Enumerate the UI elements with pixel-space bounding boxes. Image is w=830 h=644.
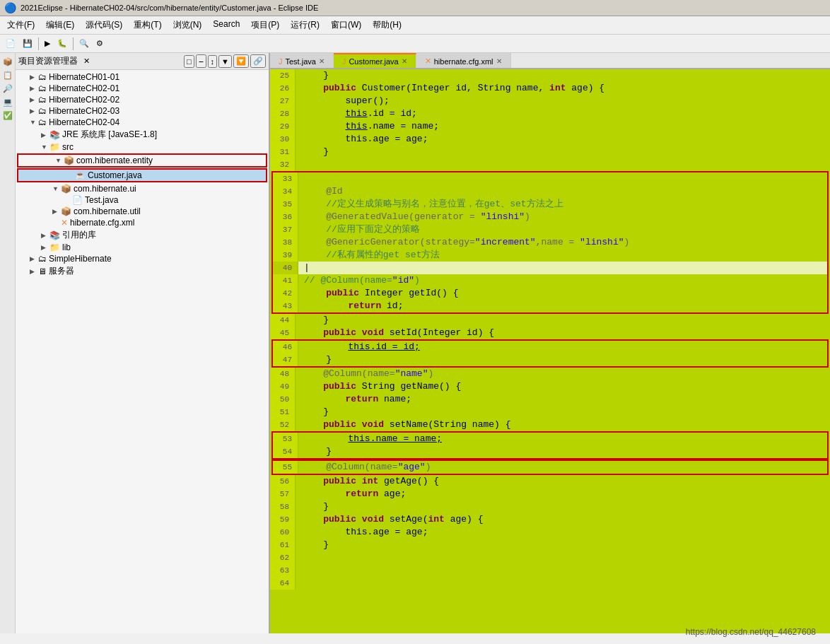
explorer-header-right: □ ‒ ↕ ▼ 🔽 🔗	[184, 54, 266, 68]
tree-item-cfg[interactable]: ✕ hibernate.cfg.xml	[16, 217, 269, 228]
right-panel: J Test.java ✕ J Customer.java ✕ ✕ hibern…	[270, 53, 830, 633]
menu-item-h[interactable]: 帮助(H)	[368, 18, 406, 33]
code-line-61: 61 }	[270, 539, 830, 551]
tree-arrow-jre: ▶	[41, 131, 49, 139]
tree-item-ch02-01[interactable]: ▶ 🗂 HibernateCH02-01	[16, 83, 269, 94]
tree-arrow-ui: ▼	[52, 185, 61, 192]
menu-item-n[interactable]: 浏览(N)	[169, 18, 206, 33]
tree-arrow-ch01-01: ▶	[30, 74, 38, 81]
red-box-setid: 46 this.id = id; 47 }	[271, 339, 829, 368]
code-line-49: 49 public String getName() {	[270, 380, 830, 393]
tree-icon-server: 🖥	[38, 267, 47, 276]
code-line-38: 38 @GenericGenerator(strategy="increment…	[273, 236, 827, 249]
tree-item-customer[interactable]: ☕ Customer.java	[17, 168, 267, 182]
tree-icon-simple: 🗂	[38, 254, 47, 264]
code-line-56: 56 public int getAge() {	[270, 475, 830, 488]
explorer-filter[interactable]: 🔽	[233, 54, 249, 68]
tree-item-simple-hibernate[interactable]: ▶ 🗂 SimpleHibernate	[16, 253, 269, 264]
tree-item-ch01-01[interactable]: ▶ 🗂 HibernateCH01-01	[16, 71, 269, 83]
tab-close-test[interactable]: ✕	[319, 57, 325, 65]
menu-item-r[interactable]: 运行(R)	[286, 18, 324, 33]
toolbar-sep-1	[38, 37, 39, 50]
code-line-37: 37 //应用下面定义的策略	[273, 223, 827, 236]
left-icon-console[interactable]: 💻	[1, 96, 14, 108]
explorer-maximize[interactable]: ↕	[208, 55, 218, 68]
menu-item-t[interactable]: 重构(T)	[129, 18, 165, 33]
code-line-25: 25 }	[270, 69, 830, 82]
left-icon-packages[interactable]: 📦	[1, 56, 14, 68]
tree-icon-jre: 📚	[49, 130, 60, 140]
code-line-64: 64	[270, 577, 830, 590]
tab-close-customer[interactable]: ✕	[402, 57, 407, 65]
toolbar-debug[interactable]: 🐛	[54, 37, 70, 49]
tree-arrow-libs: ▶	[41, 232, 49, 239]
code-line-34: 34 @Id	[273, 185, 827, 198]
menu-item-search[interactable]: Search	[209, 18, 244, 33]
explorer-minimize[interactable]: □	[184, 55, 194, 68]
tab-icon-xml: ✕	[425, 57, 431, 66]
tree-item-src[interactable]: ▼ 📁 src	[16, 141, 269, 153]
tree-arrow-server: ▶	[30, 268, 38, 275]
explorer-header: 项目资源管理器 ✕ □ ‒ ↕ ▼ 🔽 🔗	[16, 53, 269, 70]
tab-label-test: Test.java	[286, 57, 316, 66]
explorer-link[interactable]: 🔗	[250, 54, 266, 68]
toolbar-run[interactable]: ▶	[42, 37, 53, 49]
code-line-51: 51 }	[270, 406, 830, 418]
tab-label-customer: Customer.java	[349, 57, 398, 66]
tree-item-libs[interactable]: ▶ 📚 引用的库	[16, 228, 269, 242]
red-box-setname: 53 this.name = name; 54 }	[271, 431, 829, 459]
tab-icon-customer: J	[342, 57, 346, 66]
left-icon-tasks[interactable]: ✅	[1, 110, 14, 122]
code-line-35: 35 //定义生成策略与别名，注意位置，在get、set方法之上	[273, 198, 827, 211]
tree-item-jre[interactable]: ▶ 📚 JRE 系统库 [JavaSE-1.8]	[16, 128, 269, 141]
tab-icon-test: J	[279, 57, 283, 66]
explorer-collapse[interactable]: ‒	[196, 54, 206, 68]
menu-item-p[interactable]: 项目(P)	[247, 18, 284, 33]
code-line-39: 39 //私有属性的get set方法	[273, 249, 827, 262]
tree-icon-entity: 📦	[64, 156, 74, 165]
menu-item-s[interactable]: 源代码(S)	[81, 18, 127, 33]
red-box-top: 33 34 @Id 35 //定义生成策略与别名，注意位置，在get、set方法…	[271, 171, 829, 314]
menu-item-e[interactable]: 编辑(E)	[42, 18, 78, 33]
menu-item-f[interactable]: 文件(F)	[3, 18, 39, 33]
code-line-41: 41 // @Column(name="id")	[273, 274, 827, 287]
toolbar-sep-2	[73, 37, 74, 50]
tree-item-ui-package[interactable]: ▼ 📦 com.hibernate.ui	[16, 183, 269, 194]
tree-arrow-util: ▶	[52, 208, 61, 215]
watermark: https://blog.csdn.net/qq_44627608	[686, 627, 816, 633]
tree-item-ch02-04[interactable]: ▼ 🗂 HibernateCH02-04	[16, 117, 269, 128]
tree-arrow-ch02-02: ▶	[30, 96, 38, 103]
tree-arrow-lib: ▶	[41, 244, 49, 251]
tree-icon-libs: 📚	[49, 230, 60, 240]
tree-item-test[interactable]: 📄 Test.java	[16, 194, 269, 206]
toolbar-search[interactable]: 🔍	[76, 37, 92, 49]
code-line-55: 55 @Column(name="age")	[273, 461, 827, 474]
tab-test-java[interactable]: J Test.java ✕	[270, 53, 334, 68]
app-icon: 🔵	[4, 2, 16, 13]
toolbar-save[interactable]: 💾	[20, 37, 35, 49]
tree-item-util-package[interactable]: ▶ 📦 com.hibernate.util	[16, 206, 269, 217]
tab-close-xml[interactable]: ✕	[496, 57, 502, 65]
tab-hibernate-xml[interactable]: ✕ hibernate.cfg.xml ✕	[416, 53, 511, 68]
code-line-50: 50 return name;	[270, 393, 830, 406]
left-icon-search[interactable]: 🔎	[1, 83, 14, 95]
tab-bar: J Test.java ✕ J Customer.java ✕ ✕ hibern…	[270, 53, 830, 69]
left-icon-hierarchy[interactable]: 📋	[1, 69, 14, 81]
tree-item-ch02-03[interactable]: ▶ 🗂 HibernateCH02-03	[16, 105, 269, 117]
tree-item-ch02-02[interactable]: ▶ 🗂 HibernateCH02-02	[16, 94, 269, 105]
code-line-42: 42 public Integer getId() {	[273, 287, 827, 300]
code-line-26: 26 public Customer(Integer id, String na…	[270, 82, 830, 95]
explorer-close-icon[interactable]: ✕	[83, 57, 90, 66]
code-editor[interactable]: 25 } 26 public Customer(Integer id, Stri…	[270, 69, 830, 633]
explorer-menu[interactable]: ▼	[218, 55, 232, 68]
menu-item-w[interactable]: 窗口(W)	[327, 18, 366, 33]
tree-item-server[interactable]: ▶ 🖥 服务器	[16, 264, 269, 278]
tree-item-entity-package[interactable]: ▼ 📦 com.hibernate.entity	[17, 153, 267, 168]
code-line-29: 29 this.name = name;	[270, 120, 830, 133]
tree-item-lib[interactable]: ▶ 📁 lib	[16, 242, 269, 253]
toolbar: 📄 💾 ▶ 🐛 🔍 ⚙	[0, 35, 830, 53]
toolbar-perspective[interactable]: ⚙	[93, 37, 106, 49]
code-line-57: 57 return age;	[270, 488, 830, 500]
toolbar-new[interactable]: 📄	[3, 37, 18, 49]
tab-customer-java[interactable]: J Customer.java ✕	[334, 53, 416, 68]
